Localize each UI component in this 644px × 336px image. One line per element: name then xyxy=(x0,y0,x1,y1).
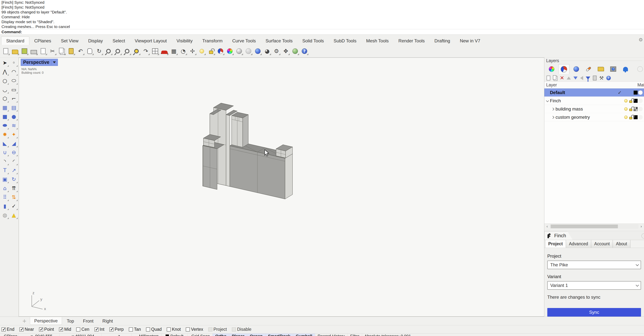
deform-surface-icon[interactable]: ≋ xyxy=(9,121,18,130)
move-up-icon[interactable] xyxy=(567,76,571,80)
point-icon[interactable]: ◦ xyxy=(9,58,18,67)
blend-surface-icon[interactable]: ◍ xyxy=(0,210,9,220)
osnap-checkbox[interactable] xyxy=(208,328,212,332)
finch-panel-tab[interactable]: Finch xyxy=(544,231,573,240)
osnap-checkbox[interactable] xyxy=(167,328,171,332)
status-toggle[interactable]: SmartTrack xyxy=(266,334,293,336)
layer-visibility-bulb-icon[interactable] xyxy=(624,116,628,119)
sphere-icon[interactable]: ● xyxy=(9,112,18,121)
pan-hand-icon[interactable] xyxy=(85,46,94,56)
check-icon[interactable]: ✓ xyxy=(9,202,18,210)
osnap-toggle[interactable]: Knot xyxy=(167,327,181,332)
status-toggle[interactable]: Osnap xyxy=(247,334,265,336)
finch-subtab[interactable]: Account xyxy=(591,240,613,248)
extrude-icon[interactable]: ⇈ xyxy=(9,184,18,193)
zoom-dynamic-icon[interactable] xyxy=(104,46,113,56)
curve-through-points-icon[interactable]: ◠ xyxy=(9,67,18,76)
display-color-wheel-icon[interactable] xyxy=(546,64,557,74)
toolbar-tab[interactable]: Render Tools xyxy=(394,36,430,45)
status-toggle[interactable]: Grid Snap xyxy=(189,334,212,336)
toolbar-tab[interactable]: Display xyxy=(83,36,108,45)
earth-icon[interactable] xyxy=(290,46,300,56)
osnap-toggle[interactable]: Quad xyxy=(146,327,162,332)
zoom-extents-icon[interactable] xyxy=(132,46,141,56)
scroll-left-arrow[interactable]: ‹ xyxy=(544,224,550,228)
layer-row[interactable]: building mass xyxy=(544,105,644,113)
zoom-window-icon[interactable] xyxy=(113,46,122,56)
scrollbar-thumb[interactable] xyxy=(551,224,618,228)
osnap-checkbox[interactable] xyxy=(94,328,98,332)
toolbar-tab[interactable]: CPlanes xyxy=(29,36,56,45)
copy-icon[interactable] xyxy=(57,46,66,56)
layer-row[interactable]: custom geometry xyxy=(544,113,644,121)
status-cell[interactable]: z xyxy=(102,334,132,336)
delete-layer-icon[interactable]: ✕ xyxy=(560,75,564,81)
viewport-tab[interactable]: Front xyxy=(79,317,98,325)
boolean-difference-icon[interactable]: ⊖ xyxy=(9,148,18,157)
array-icon[interactable]: ⠿ xyxy=(0,193,9,202)
help-sphere-icon[interactable]: ? xyxy=(300,46,309,56)
finch-subtab[interactable]: Advanced xyxy=(566,240,591,248)
osnap-checkbox[interactable] xyxy=(59,328,63,332)
osnap-toggle[interactable]: Vertex xyxy=(186,327,203,332)
toolbar-tab[interactable]: Set View xyxy=(56,36,83,45)
layer-expander[interactable] xyxy=(544,98,550,103)
control-point-curve-icon[interactable]: ⋀ xyxy=(0,67,9,76)
osnap-toggle[interactable]: Disable xyxy=(232,327,252,332)
layer-page-icon[interactable] xyxy=(593,76,596,80)
move-left-icon[interactable] xyxy=(580,76,583,80)
help-window-icon[interactable]: ? xyxy=(608,64,618,74)
osnap-toggle[interactable]: Perp xyxy=(110,327,124,332)
gumball-axes-icon[interactable]: ✥ xyxy=(281,46,290,56)
status-toggle[interactable]: Filter xyxy=(348,334,362,336)
layers-horizontal-scrollbar[interactable]: ‹ › xyxy=(544,224,644,229)
osnap-checkbox[interactable] xyxy=(129,328,133,332)
layer-visibility-bulb-icon[interactable] xyxy=(624,99,628,102)
move-icon[interactable]: ↗ xyxy=(9,166,18,175)
osnap-toggle[interactable]: Int xyxy=(94,327,104,332)
text-icon[interactable]: T xyxy=(0,166,9,175)
polygon-icon[interactable]: ⬡ xyxy=(0,94,9,103)
save-icon[interactable] xyxy=(20,46,29,56)
project-select[interactable]: The Pike xyxy=(547,260,641,269)
layer-lock-icon[interactable] xyxy=(628,107,633,111)
ellipse-icon[interactable]: ⬭ xyxy=(9,76,18,85)
pyramid-icon[interactable]: ▲ xyxy=(9,210,18,220)
gear-star-icon[interactable]: ✹ xyxy=(0,130,9,139)
print-icon[interactable] xyxy=(29,46,38,56)
status-cell[interactable]: y 46911.994 xyxy=(60,334,102,336)
blue-sphere-icon[interactable] xyxy=(253,46,262,56)
viewport-tab[interactable]: Top xyxy=(63,317,78,325)
shaded-pie-icon[interactable] xyxy=(216,46,225,56)
toolbar-tab[interactable]: Transform xyxy=(198,36,227,45)
osnap-toggle[interactable]: Point xyxy=(39,327,54,332)
undo-view-icon[interactable]: ↷ xyxy=(141,46,150,56)
osnap-toggle[interactable]: End xyxy=(2,327,14,332)
ghosted-sphere-icon[interactable] xyxy=(244,46,253,56)
building-model[interactable] xyxy=(198,103,329,234)
layer-material-swatch[interactable] xyxy=(638,107,643,111)
layer-cake-icon[interactable]: ◕ xyxy=(262,46,272,56)
viewport-layout-icon[interactable] xyxy=(150,46,160,56)
finch-settings-gear-icon[interactable] xyxy=(642,233,644,238)
paste-clipboard-icon[interactable] xyxy=(66,46,76,56)
compass-icon[interactable]: ◔ xyxy=(178,46,188,56)
lightbulb-icon[interactable] xyxy=(197,46,206,56)
cut-scissors-icon[interactable]: ✂ xyxy=(48,46,57,56)
new-document-icon[interactable] xyxy=(1,46,10,56)
status-cell[interactable]: CPlane xyxy=(0,334,19,336)
command-prompt[interactable]: Command: xyxy=(0,29,644,34)
sync-button[interactable]: Sync xyxy=(547,308,641,316)
fillet-curve-icon[interactable]: ◝ xyxy=(0,157,9,166)
osnap-checkbox[interactable] xyxy=(186,328,190,332)
undo-arrow-icon[interactable]: ↶ xyxy=(76,46,85,56)
layer-material-swatch[interactable] xyxy=(638,98,643,103)
layer-color-swatch[interactable] xyxy=(633,90,638,95)
toolbar-tab[interactable]: Solid Tools xyxy=(297,36,329,45)
measure-plane-icon[interactable]: ▦ xyxy=(169,46,178,56)
status-toggle[interactable]: Ortho xyxy=(212,334,229,336)
viewport-tab[interactable]: Perspective xyxy=(30,317,62,325)
surface-grid-icon[interactable]: ▦ xyxy=(0,103,9,112)
cplane-axes-icon[interactable]: ✢ xyxy=(188,46,197,56)
status-cell[interactable]: x -9040.555 xyxy=(19,334,60,336)
